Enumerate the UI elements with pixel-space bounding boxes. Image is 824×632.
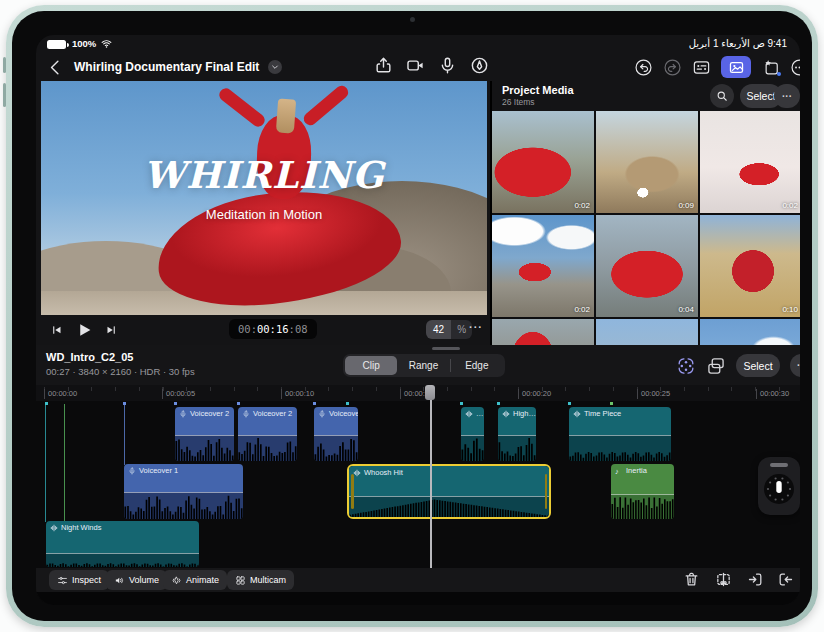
pencil-button[interactable]: [470, 56, 489, 75]
share-button[interactable]: [374, 56, 393, 75]
redo-button[interactable]: [663, 58, 682, 77]
timecode-hours: 00:: [238, 323, 257, 335]
media-thumbnail-spin-close[interactable]: 0:04: [596, 215, 698, 317]
media-thumbnail-sky-clouds[interactable]: [700, 319, 800, 345]
mode-range[interactable]: Range: [397, 356, 449, 375]
video-viewer[interactable]: WHIRLING Meditation in Motion: [41, 81, 487, 315]
search-icon: [716, 90, 728, 102]
timeline-ruler[interactable]: 00:00:0000:00:0500:00:1000:00:1500:00:20…: [36, 385, 800, 402]
inspector-button[interactable]: [692, 58, 711, 77]
timeline-clip-time-piece[interactable]: Time Piece: [569, 407, 671, 461]
dancer-arm: [217, 86, 268, 129]
front-camera: [410, 17, 415, 22]
paste-star-button[interactable]: [761, 58, 780, 77]
timeline-more-button[interactable]: ···: [790, 354, 800, 377]
connected-clip-dot: [346, 402, 349, 405]
viewer-zoom-control[interactable]: 42 %: [426, 320, 472, 339]
chevron-down-icon: [271, 63, 279, 71]
clip-duration: 0:02: [782, 201, 798, 210]
clip-label: ♪Inertia: [611, 464, 674, 477]
playhead-handle[interactable]: [425, 385, 435, 400]
waveform-icon: [465, 410, 473, 418]
timeline-clip-voiceover-3[interactable]: Voiceover 3: [314, 407, 358, 461]
button-label: Inspect: [72, 575, 101, 585]
playhead-line: [430, 385, 432, 568]
waveform-icon: [50, 524, 58, 532]
playback-bar: 00:00:16:08 42 % ···: [41, 315, 487, 345]
sliders-icon: [57, 575, 68, 586]
timeline-select-button[interactable]: Select: [736, 354, 780, 377]
notification-dot: [777, 72, 781, 76]
media-thumbnail-hat-closeup[interactable]: [596, 319, 698, 345]
microphone-button[interactable]: [438, 56, 457, 75]
timeline-clip--[interactable]: …: [461, 407, 484, 461]
jog-dial[interactable]: [763, 473, 795, 505]
animate-button[interactable]: Animate: [163, 570, 227, 590]
media-thumbnail-rock-valley[interactable]: 0:09: [596, 111, 698, 213]
media-browser-icon: [728, 59, 745, 76]
title-menu-button[interactable]: [268, 60, 282, 74]
skip-forward-button[interactable]: [105, 324, 117, 336]
multicam-button[interactable]: Multicam: [227, 570, 294, 590]
connected-clip-dot: [123, 402, 126, 405]
clip-label: …: [461, 407, 484, 420]
edit-tools-icon[interactable]: [676, 356, 696, 376]
clip-duration: 0:02: [574, 305, 590, 314]
media-thumbnail-badlands-torso[interactable]: [492, 319, 594, 345]
clip-body: [498, 420, 536, 435]
timeline-resize-handle[interactable]: [432, 347, 460, 350]
clip-waveform: [124, 492, 243, 519]
inspect-button[interactable]: Inspect: [49, 570, 109, 590]
music-note-icon: ♪: [615, 467, 623, 475]
timeline-clip-voiceover-2[interactable]: Voiceover 2: [238, 407, 297, 461]
waveform-icon: [573, 410, 581, 418]
timecode-display[interactable]: 00:00:16:08: [229, 319, 317, 339]
connected-clip-dot: [45, 402, 48, 405]
app-toolbar: Whirling Documentary Final Edit: [36, 53, 800, 81]
append-button[interactable]: [777, 571, 794, 588]
media-browser-button[interactable]: [721, 56, 751, 78]
timecode-frames: :08: [289, 323, 308, 335]
title-overlay: WHIRLING: [41, 153, 487, 197]
ruler-tick: 00:00:25: [637, 389, 670, 399]
volume-button: [3, 83, 6, 107]
trash-button[interactable]: [683, 571, 700, 588]
volume-button[interactable]: Volume: [106, 570, 167, 590]
undo-button[interactable]: [634, 58, 653, 77]
skip-back-button[interactable]: [51, 324, 63, 336]
clip-waveform: [314, 435, 358, 461]
mode-clip[interactable]: Clip: [345, 356, 397, 375]
timeline-clips-area[interactable]: Voiceover 2Voiceover 2Voiceover 3…High…T…: [36, 401, 800, 568]
media-more-button[interactable]: ···: [774, 84, 800, 108]
media-thumbnail-beach-spin[interactable]: 0:02: [492, 111, 594, 213]
jog-wheel[interactable]: [758, 457, 800, 515]
status-datetime: 9:41 ص الأربعاء 1 أبريل: [689, 38, 787, 49]
connected-clip-dot: [237, 402, 240, 405]
timeline-clip-high-[interactable]: High…: [498, 407, 536, 461]
waveform-icon: [353, 469, 361, 477]
timeline-clip-whoosh-hit[interactable]: Whoosh Hit: [347, 464, 551, 519]
clip-waveform: [569, 435, 671, 461]
media-thumbnail-badlands-sky[interactable]: 0:02: [492, 215, 594, 317]
jog-grip[interactable]: [770, 463, 788, 467]
media-thumbnail-wheat-field[interactable]: 0:10: [700, 215, 800, 317]
back-button[interactable]: [46, 58, 65, 77]
more-button[interactable]: [790, 58, 800, 77]
timeline-clip-voiceover-2[interactable]: Voiceover 2: [175, 407, 234, 461]
microphone-icon: [179, 410, 187, 418]
microphone-icon: [318, 410, 326, 418]
multicam-view-icon[interactable]: [706, 356, 726, 376]
insert-button[interactable]: [747, 571, 764, 588]
play-button[interactable]: [75, 321, 93, 339]
timeline-clip-night-winds[interactable]: Night Winds: [46, 521, 199, 567]
mode-edge[interactable]: Edge: [451, 356, 503, 375]
timeline-clip-voiceover-1[interactable]: Voiceover 1: [124, 464, 243, 519]
camera-button[interactable]: [406, 56, 425, 75]
trim-handle-right[interactable]: [545, 474, 548, 509]
timeline-clip-inertia[interactable]: ♪Inertia: [611, 464, 674, 519]
search-button[interactable]: [710, 84, 734, 108]
trim-handle-left[interactable]: [351, 474, 354, 509]
blade-button[interactable]: [715, 571, 732, 588]
viewer-more-button[interactable]: ···: [469, 321, 483, 333]
media-thumbnail-salt-flat[interactable]: 0:02: [700, 111, 800, 213]
